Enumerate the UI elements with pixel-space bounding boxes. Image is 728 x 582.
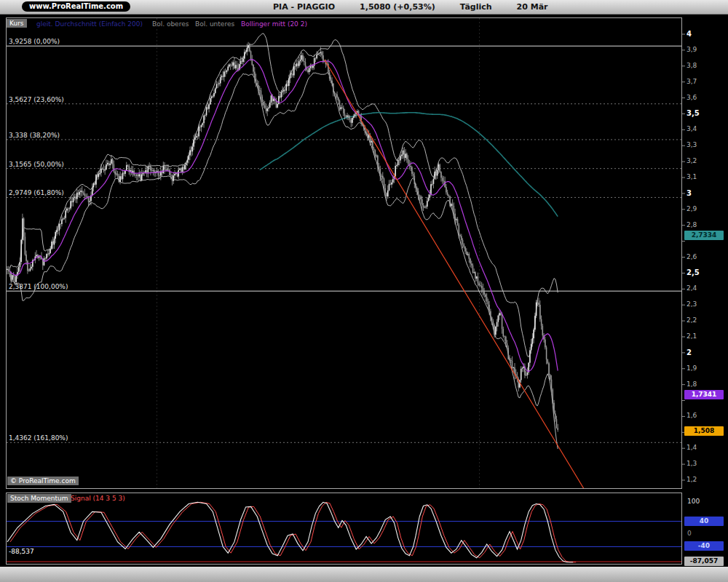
price-axis-label: 3,2 bbox=[687, 157, 719, 165]
price-axis-label: 3,5 bbox=[687, 109, 719, 117]
price-axis-label: 3,1 bbox=[687, 173, 719, 181]
price-axis-label: 3,6 bbox=[687, 94, 719, 102]
price-axis-label: 1,8 bbox=[687, 380, 719, 388]
price-axis-label: 2,6 bbox=[687, 253, 719, 261]
instrument-name: PIA - PIAGGIO bbox=[273, 2, 335, 12]
price-axis-label: 3,3 bbox=[687, 141, 719, 149]
stoch-axis-100: 100 bbox=[687, 498, 700, 506]
price-axis-label: 2,4 bbox=[687, 284, 719, 292]
prorealtime-link[interactable]: www.ProRealTime.com bbox=[22, 1, 130, 12]
date-label: 20 Mär bbox=[517, 2, 548, 12]
stoch-tag--87057: -87,057 bbox=[684, 557, 724, 566]
price-axis-label: 2,2 bbox=[687, 316, 719, 324]
stoch-momentum-panel[interactable] bbox=[6, 493, 682, 565]
price-axis-label: 2,9 bbox=[687, 205, 719, 213]
price-axis-label: 3 bbox=[687, 189, 719, 197]
timeframe-label: Täglich bbox=[460, 2, 492, 12]
stoch-tag-40: 40 bbox=[684, 517, 724, 526]
time-axis[interactable] bbox=[0, 567, 728, 582]
price-axis-label: 2,8 bbox=[687, 221, 719, 229]
price-axis-label: 2,3 bbox=[687, 300, 719, 308]
price-axis-label: 4 bbox=[687, 30, 719, 38]
price-axis-label: 3,4 bbox=[687, 125, 719, 133]
price-axis-label: 3,8 bbox=[687, 62, 719, 70]
price-axis-label: 1,6 bbox=[687, 412, 719, 420]
price-tag-teal: 2,7334 bbox=[684, 231, 724, 240]
stoch-tag--40: -40 bbox=[684, 541, 724, 551]
stoch-axis-0: 0 bbox=[687, 530, 692, 538]
instrument-header: PIA - PIAGGIO 1,5080 (+0,53%) Täglich 20… bbox=[273, 2, 548, 12]
price-tag-purple: 1,7341 bbox=[684, 390, 724, 399]
price-axis-label: 2,5 bbox=[687, 268, 719, 276]
price-axis-label: 2 bbox=[687, 348, 719, 356]
price-axis-label: 3,7 bbox=[687, 78, 719, 86]
window-titlebar: www.ProRealTime.com PIA - PIAGGIO 1,5080… bbox=[0, 0, 728, 15]
price-axis-label: 3,9 bbox=[687, 46, 719, 54]
price-axis-label: 1,2 bbox=[687, 476, 719, 484]
instrument-price: 1,5080 (+0,53%) bbox=[360, 2, 435, 12]
price-axis-label: 2,1 bbox=[687, 332, 719, 340]
price-axis-label: 1,3 bbox=[687, 460, 719, 468]
price-tag-orange: 1,508 bbox=[684, 426, 724, 436]
price-axis-label: 1,9 bbox=[687, 364, 719, 372]
price-axis-label: 1,4 bbox=[687, 444, 719, 452]
price-chart-panel[interactable] bbox=[6, 17, 682, 489]
